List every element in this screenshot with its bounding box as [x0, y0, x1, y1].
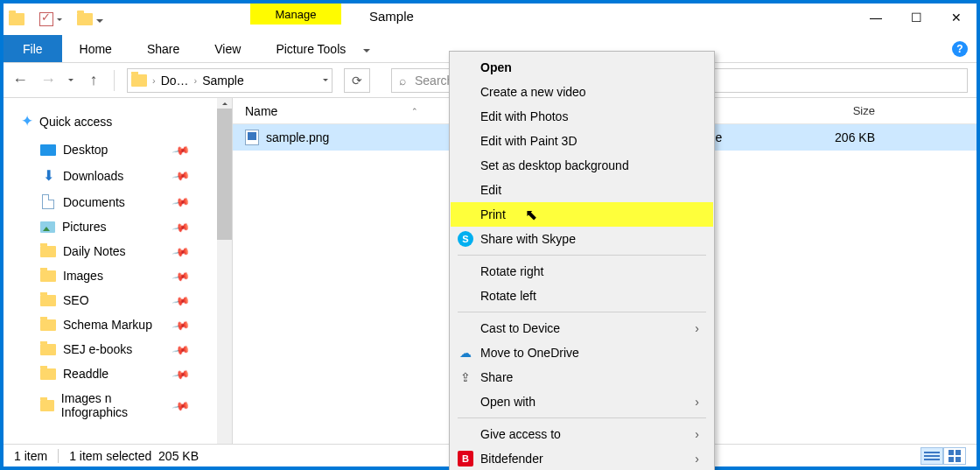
window-title: Sample	[369, 9, 414, 24]
context-menu-item[interactable]: Set as desktop background	[451, 153, 713, 178]
breadcrumb-folder[interactable]: Sample	[202, 74, 243, 88]
bit-icon: B	[458, 451, 473, 466]
sidebar-item[interactable]: ⬇Downloads📌	[4, 162, 232, 189]
file-tab[interactable]: File	[4, 35, 62, 62]
status-selection: 1 item selected	[69, 449, 151, 463]
manage-tab[interactable]: Manage	[250, 4, 341, 25]
chevron-down-icon[interactable]	[96, 19, 103, 23]
quick-access-toolbar	[4, 4, 120, 35]
chevron-right-icon[interactable]: ›	[152, 75, 156, 86]
context-menu-label: Cast to Device	[480, 321, 560, 335]
help-icon[interactable]: ?	[952, 41, 968, 57]
sidebar-item[interactable]: SEJ e-books📌	[4, 337, 232, 361]
context-menu-item[interactable]: Give access to›	[451, 422, 713, 446]
pin-icon: 📌	[172, 217, 191, 235]
picture-tools-tab[interactable]: Picture Tools	[258, 35, 363, 62]
properties-icon[interactable]	[39, 12, 53, 26]
column-size[interactable]: Size	[803, 104, 900, 117]
pin-icon: 📌	[172, 193, 191, 211]
view-tab[interactable]: View	[197, 35, 258, 62]
context-menu-item[interactable]: Open with›	[451, 389, 713, 414]
up-button[interactable]: ↑	[86, 71, 102, 89]
context-menu-label: Set as desktop background	[480, 158, 629, 172]
breadcrumb-drive[interactable]: Do…	[161, 74, 189, 88]
context-menu-label: Edit with Photos	[480, 109, 568, 123]
search-icon: ⌕	[399, 74, 406, 88]
pin-icon: 📌	[172, 266, 191, 284]
context-menu-label: Bitdefender	[480, 452, 543, 466]
context-menu-item[interactable]: ⇪Share	[451, 365, 713, 389]
context-menu-item[interactable]: Rotate right	[451, 259, 713, 284]
recent-locations-icon[interactable]	[68, 79, 74, 81]
details-view-button[interactable]	[920, 447, 943, 465]
scroll-up-icon[interactable]	[217, 98, 232, 109]
home-tab[interactable]: Home	[62, 35, 130, 62]
folder-icon	[40, 319, 56, 331]
chevron-right-icon: ›	[695, 321, 699, 335]
context-menu-item[interactable]: Cast to Device›	[451, 316, 713, 340]
sidebar-item[interactable]: Desktop📌	[4, 137, 232, 162]
forward-button[interactable]: →	[40, 71, 56, 89]
doc-icon	[42, 194, 54, 209]
context-menu-item[interactable]: Edit	[451, 178, 713, 202]
chevron-down-icon[interactable]	[57, 18, 62, 21]
context-menu-item[interactable]: BBitdefender›	[451, 446, 713, 470]
sidebar-item-label: Desktop	[63, 143, 108, 157]
sidebar-item[interactable]: Schema Markup📌	[4, 312, 232, 337]
sidebar-item[interactable]: Documents📌	[4, 189, 232, 214]
minimize-button[interactable]: —	[856, 4, 896, 32]
sort-asc-icon: ⌃	[411, 107, 418, 116]
thumbnails-view-button[interactable]	[943, 447, 966, 465]
sidebar-item-label: Pictures	[62, 220, 107, 234]
folder-icon	[40, 295, 56, 306]
context-menu-label: Move to OneDrive	[480, 346, 579, 360]
context-menu-item[interactable]: Create a new video	[451, 80, 713, 104]
context-menu-item[interactable]: Edit with Paint 3D	[451, 129, 713, 153]
sidebar-item[interactable]: Pictures📌	[4, 214, 232, 239]
context-menu-item[interactable]: Rotate left	[451, 284, 713, 308]
context-menu-item[interactable]: Open	[451, 55, 713, 80]
sidebar-item-label: Images n Infographics	[61, 391, 167, 419]
context-menu-item[interactable]: SShare with Skype	[451, 227, 713, 251]
chevron-right-icon[interactable]: ›	[194, 75, 198, 86]
address-bar[interactable]: › Do… › Sample	[127, 68, 332, 93]
chevron-down-icon[interactable]	[323, 79, 328, 81]
pin-icon: 📌	[172, 315, 191, 333]
share-tab[interactable]: Share	[130, 35, 197, 62]
context-menu-item[interactable]: Print	[451, 202, 713, 227]
sidebar-item[interactable]: SEO📌	[4, 288, 232, 312]
scrollbar-thumb[interactable]	[217, 109, 232, 240]
sidebar-item[interactable]: Images📌	[4, 263, 232, 288]
refresh-button[interactable]: ⟳	[344, 68, 370, 93]
sidebar-item[interactable]: Images n Infographics📌	[4, 386, 232, 424]
context-menu-label: Rotate left	[480, 289, 536, 303]
context-menu-item[interactable]: Edit with Photos	[451, 104, 713, 129]
sidebar-item-label: Schema Markup	[63, 318, 152, 332]
pin-icon: 📌	[172, 242, 191, 260]
back-button[interactable]: ←	[12, 71, 28, 89]
folder-icon	[40, 344, 56, 355]
folder-icon	[9, 13, 24, 25]
collapse-ribbon-icon[interactable]	[363, 49, 370, 53]
maximize-button[interactable]: ☐	[896, 4, 936, 32]
chevron-right-icon: ›	[695, 395, 699, 409]
close-button[interactable]: ✕	[936, 4, 976, 32]
context-menu-label: Share	[480, 370, 513, 384]
pin-icon: 📌	[172, 140, 191, 158]
sidebar-item[interactable]: Daily Notes📌	[4, 239, 232, 263]
folder-icon	[40, 368, 56, 380]
column-name[interactable]: Name⌃	[233, 104, 427, 118]
pin-icon: 📌	[172, 396, 191, 414]
skype-icon: S	[458, 231, 473, 247]
sidebar-item[interactable]: Readdle📌	[4, 361, 232, 386]
share-icon: ⇪	[458, 369, 473, 385]
context-menu: OpenCreate a new videoEdit with PhotosEd…	[449, 51, 715, 470]
folder-icon	[40, 270, 56, 282]
quick-access-header[interactable]: ✦ Quick access	[4, 109, 232, 137]
context-menu-label: Share with Skype	[480, 232, 576, 246]
desktop-icon	[40, 144, 56, 156]
pin-icon: 📌	[172, 364, 191, 382]
status-size: 205 KB	[158, 449, 199, 463]
context-menu-label: Edit with Paint 3D	[480, 134, 578, 148]
context-menu-item[interactable]: ☁Move to OneDrive	[451, 340, 713, 365]
